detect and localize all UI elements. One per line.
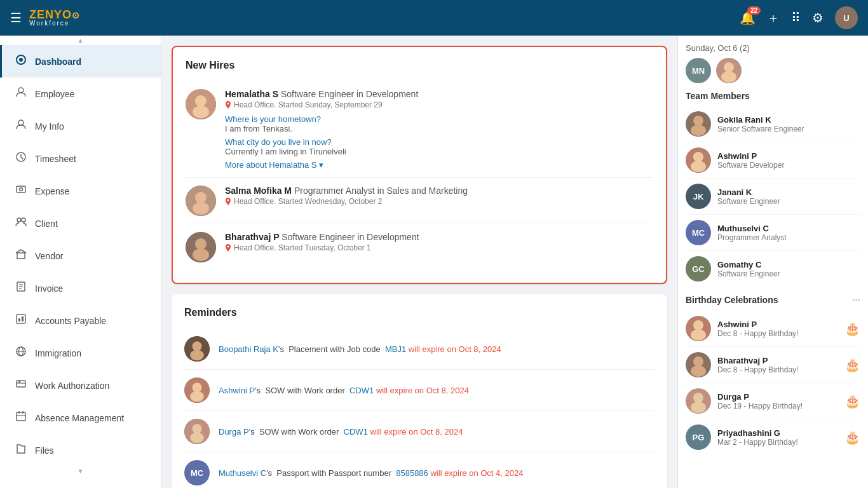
tm-role-5: Software Engineer bbox=[717, 269, 780, 278]
birthday-cake-icon-1: 🎂 bbox=[844, 321, 860, 336]
tm-name-3: Janani K bbox=[717, 187, 780, 197]
add-button[interactable]: ＋ bbox=[767, 10, 780, 27]
svg-rect-5 bbox=[17, 186, 25, 193]
birthday-info-1: Ashwini P Dec 8 - Happy Birthday! bbox=[717, 320, 838, 338]
reminder-text-4: Muthuselvi C's Passport with Passport nu… bbox=[219, 468, 654, 478]
top-navigation: ☰ ZENYO⊙ Workforce 🔔 22 ＋ ⠿ ⚙ U bbox=[0, 0, 868, 36]
hire-name-2: Salma Mofika M Programmer Analyst in Sal… bbox=[225, 186, 653, 196]
tm-role-2: Software Developer bbox=[717, 161, 784, 170]
mini-avatars: MN bbox=[686, 58, 860, 83]
sidebar-scroll-up: ▲ bbox=[0, 36, 161, 45]
hire-info-2: Salma Mofika M Programmer Analyst in Sal… bbox=[225, 186, 653, 216]
birthday-section: Birthday Celebrations ··· Ashwini P Dec … bbox=[686, 294, 860, 455]
svg-point-3 bbox=[18, 120, 24, 125]
birthday-more-button[interactable]: ··· bbox=[852, 294, 860, 306]
hamburger-menu[interactable]: ☰ bbox=[10, 10, 22, 25]
sidebar-item-dashboard[interactable]: Dashboard bbox=[0, 45, 161, 78]
svg-point-30 bbox=[195, 192, 207, 203]
sidebar-item-accounts-payable[interactable]: Accounts Payable bbox=[0, 304, 161, 337]
svg-point-1 bbox=[19, 58, 23, 62]
hire-location-2: Head Office. Started Wednesday, October … bbox=[225, 197, 653, 206]
reminder-item-1: Boopathi Raja K's Placement with Job cod… bbox=[184, 329, 654, 370]
svg-point-27 bbox=[193, 105, 209, 118]
svg-point-6 bbox=[20, 188, 23, 191]
hire-more-link-1[interactable]: More about Hemalatha S ▾ bbox=[225, 160, 653, 170]
svg-point-45 bbox=[190, 433, 204, 444]
notification-badge: 22 bbox=[747, 6, 761, 15]
sidebar-item-employee[interactable]: Employee bbox=[0, 78, 161, 110]
hire-item-1: Hemalatha S Software Engineer in Develop… bbox=[186, 81, 653, 178]
absence-management-icon bbox=[15, 410, 27, 425]
birthday-info-4: Priyadhashini G Mar 2 - Happy Birthday! bbox=[717, 428, 838, 447]
files-icon bbox=[15, 443, 27, 458]
expense-icon bbox=[15, 184, 27, 198]
birthday-date-2: Dec 8 - Happy Birthday! bbox=[717, 365, 838, 374]
client-icon bbox=[15, 216, 27, 231]
svg-point-47 bbox=[724, 62, 734, 72]
tm-name-4: Muthuselvi C bbox=[717, 224, 787, 233]
sidebar-item-timesheet[interactable]: Timesheet bbox=[0, 142, 161, 175]
svg-point-57 bbox=[691, 329, 706, 341]
birthday-header: Birthday Celebrations ··· bbox=[686, 294, 860, 306]
hire-avatar-2 bbox=[186, 186, 216, 216]
right-panel: Sunday, Oct 6 (2) MN Team Members Gokila… bbox=[677, 36, 868, 488]
hire-item-3: Bharathvaj P Software Engineer in Develo… bbox=[186, 224, 653, 270]
notification-bell[interactable]: 🔔 22 bbox=[740, 10, 756, 25]
birthday-avatar-3 bbox=[686, 388, 711, 414]
birthday-date-4: Mar 2 - Happy Birthday! bbox=[717, 438, 838, 447]
reminder-text-3: Durga P's SOW with Work order CDW1 will … bbox=[219, 427, 654, 437]
reminder-avatar-4: MC bbox=[184, 460, 210, 485]
sidebar-item-absence-management[interactable]: Absence Management bbox=[0, 402, 161, 434]
mini-avatar-photo bbox=[716, 58, 742, 83]
logo-subtitle: Workforce bbox=[29, 20, 80, 27]
svg-point-39 bbox=[190, 350, 204, 361]
immigration-icon bbox=[15, 346, 27, 360]
sidebar-item-files[interactable]: Files bbox=[0, 434, 161, 466]
main-panel: New Hires Hemalatha S Software Engineer … bbox=[161, 36, 677, 488]
tm-avatar-5: GC bbox=[686, 256, 711, 281]
user-avatar[interactable]: U bbox=[835, 6, 858, 29]
svg-point-32 bbox=[227, 200, 229, 201]
svg-point-51 bbox=[691, 125, 706, 136]
sidebar-scroll-down: ▼ bbox=[0, 466, 161, 476]
birthday-date-1: Dec 8 - Happy Birthday! bbox=[717, 329, 838, 338]
sidebar-item-invoice[interactable]: Invoice bbox=[0, 272, 161, 304]
sidebar-item-vendor[interactable]: Vendor bbox=[0, 240, 161, 272]
sidebar-item-expense[interactable]: Expense bbox=[0, 175, 161, 207]
settings-icon[interactable]: ⚙ bbox=[812, 10, 824, 25]
date-label: Sunday, Oct 6 (2) bbox=[686, 43, 860, 53]
hire-avatar-1 bbox=[186, 89, 216, 119]
apps-grid-icon[interactable]: ⠿ bbox=[791, 10, 801, 25]
birthday-name-2: Bharathvaj P bbox=[717, 356, 838, 365]
hire-info-3: Bharathvaj P Software Engineer in Develo… bbox=[225, 232, 653, 262]
reminder-text-2: Ashwini P's SOW with Work order CDW1 wil… bbox=[219, 386, 654, 395]
nav-left: ☰ ZENYO⊙ Workforce bbox=[10, 9, 80, 27]
svg-rect-18 bbox=[17, 381, 25, 387]
svg-rect-14 bbox=[17, 315, 25, 323]
team-member-3: JK Janani K Software Engineer bbox=[686, 179, 860, 215]
hire-location-3: Head Office. Started Tuesday, October 1 bbox=[225, 243, 653, 252]
sidebar-item-immigration[interactable]: Immigration bbox=[0, 337, 161, 369]
reminder-avatar-2 bbox=[184, 377, 210, 403]
myinfo-icon bbox=[15, 119, 27, 133]
sidebar-item-work-authorization[interactable]: Work Authorization bbox=[0, 369, 161, 402]
birthday-date-3: Dec 19 - Happy Birthday! bbox=[717, 402, 838, 410]
sidebar-label-dashboard: Dashboard bbox=[35, 57, 81, 67]
hire-qa-1: Where is your hometown? I am from Tenkas… bbox=[225, 114, 653, 156]
work-authorization-icon bbox=[15, 378, 27, 393]
svg-rect-20 bbox=[18, 381, 20, 383]
svg-point-2 bbox=[18, 88, 24, 93]
tm-role-3: Software Engineer bbox=[717, 197, 780, 206]
sidebar-label-expense: Expense bbox=[35, 186, 69, 196]
tm-role-1: Senior Software Engineer bbox=[717, 125, 804, 133]
tm-name-5: Gomathy C bbox=[717, 260, 780, 269]
sidebar-label-timesheet: Timesheet bbox=[35, 154, 76, 164]
main-layout: ▲ Dashboard Employee My Info Timesheet bbox=[0, 36, 868, 488]
sidebar-label-accounts-payable: Accounts Payable bbox=[35, 316, 106, 326]
svg-point-35 bbox=[193, 248, 209, 261]
sidebar-item-client[interactable]: Client bbox=[0, 207, 161, 240]
sidebar-label-invoice: Invoice bbox=[35, 283, 63, 294]
new-hires-title: New Hires bbox=[186, 60, 653, 71]
sidebar-item-myinfo[interactable]: My Info bbox=[0, 110, 161, 142]
svg-point-38 bbox=[193, 341, 202, 351]
